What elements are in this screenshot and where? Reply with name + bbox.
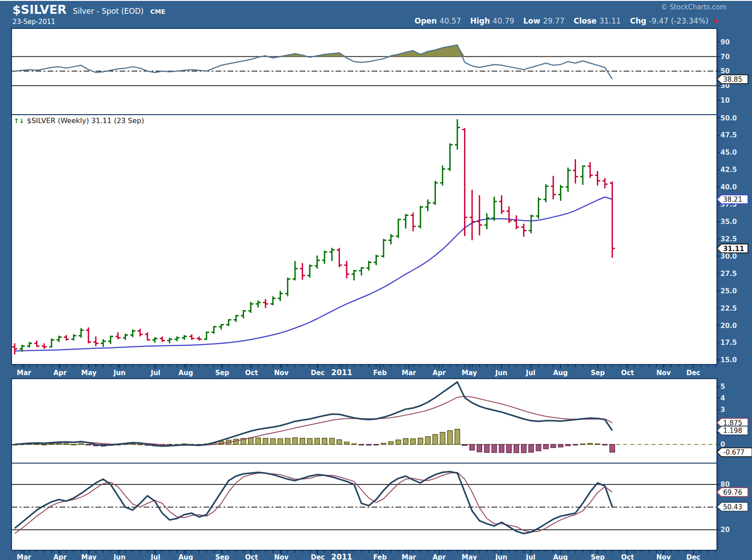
- quote-summary: Open40.57 High40.79 Low29.77 Close31.11 …: [408, 16, 718, 25]
- month-axis-label: Dec: [686, 369, 700, 377]
- macd-histogram-bar: [484, 444, 489, 452]
- macd-histogram-bar: [470, 444, 475, 450]
- macd-histogram-bar: [344, 442, 349, 444]
- macd-histogram-bar: [278, 439, 283, 444]
- rsi-axis-label: 50: [720, 67, 730, 75]
- macd-histogram-bar: [396, 440, 401, 444]
- macd-histogram-bar: [595, 444, 600, 445]
- price-axis-label: 30.0: [720, 252, 737, 260]
- price-axis-label: 27.5: [720, 270, 737, 278]
- month-axis-label: Apr: [432, 369, 446, 377]
- ticker-symbol: $SILVER: [12, 3, 67, 16]
- stoch-price-callout-text: 69.76: [723, 488, 742, 496]
- macd-histogram-bar: [64, 444, 69, 444]
- macd-histogram-bar: [507, 444, 512, 453]
- stoch-axis-label: 20: [720, 526, 730, 534]
- macd-histogram-bar: [499, 444, 504, 452]
- macd-histogram-bar: [603, 444, 608, 445]
- macd-histogram-bar: [42, 444, 47, 445]
- rsi-axis-label: 90: [720, 38, 730, 46]
- macd-histogram-bar: [492, 444, 497, 452]
- macd-histogram-bar: [462, 444, 467, 446]
- month-axis-label: May: [81, 369, 97, 377]
- bottom-month-axis-label: Dec: [311, 553, 325, 560]
- rsi-axis-label: 10: [720, 96, 730, 104]
- macd-histogram-bar: [551, 444, 556, 448]
- chart-date: 23-Sep-2011: [12, 18, 55, 26]
- macd-histogram-bar: [292, 438, 297, 444]
- bottom-month-axis-label: Jul: [150, 553, 160, 560]
- month-axis-label: Nov: [274, 369, 289, 377]
- price-axis-label: 40.0: [720, 183, 737, 191]
- macd-histogram-bar: [138, 444, 143, 445]
- macd-histogram-bar: [308, 439, 312, 444]
- price-axis-label: 42.5: [720, 166, 737, 174]
- price-panel-label-text: $SILVER (Weekly) 31.11 (23 Sep): [27, 116, 144, 125]
- macd-histogram-bar: [433, 435, 438, 444]
- macd-histogram-bar: [352, 444, 356, 445]
- chart-type-icon: ↑↓: [14, 117, 24, 124]
- bottom-month-axis-label: May: [462, 553, 477, 560]
- security-name: Silver - Spot (EOD): [73, 7, 144, 16]
- month-axis-label: Oct: [245, 369, 258, 377]
- month-axis-label: Feb: [373, 369, 387, 377]
- bottom-month-axis-label: Mar: [17, 553, 32, 560]
- macd-histogram-bar: [315, 438, 320, 444]
- rsi-price-callout-text: 38.85: [723, 76, 742, 84]
- bottom-month-axis-label: Aug: [178, 553, 193, 560]
- macd-axis-label: 3: [720, 406, 725, 414]
- month-axis-label: Jul: [525, 369, 535, 377]
- rsi-panel: [12, 28, 717, 115]
- macd-price-callout-text: -0.677: [723, 448, 744, 456]
- price-panel-label: ↑↓$SILVER (Weekly) 31.11 (23 Sep): [14, 116, 144, 125]
- price-axis-label: 22.5: [720, 304, 737, 312]
- price-axis-label: 32.5: [720, 235, 737, 243]
- price-axis-label: 25.0: [720, 287, 737, 295]
- bottom-month-axis-label: 2011: [331, 552, 352, 560]
- rsi-axis-label: 70: [720, 53, 730, 61]
- month-axis-label: Sep: [591, 369, 605, 377]
- stoch-price-callout-text: 50.43: [723, 503, 742, 511]
- price-axis-label: 50.0: [720, 114, 737, 122]
- price-axis-label: 15.0: [720, 356, 737, 364]
- price-axis-label: 20.0: [720, 322, 737, 330]
- macd-histogram-bar: [544, 444, 548, 449]
- macd-histogram-bar: [425, 436, 430, 444]
- exchange-label: CME: [150, 8, 165, 15]
- macd-histogram-bar: [234, 439, 239, 444]
- macd-histogram-bar: [337, 440, 342, 444]
- price-price-callout-text: 38.21: [723, 196, 742, 204]
- macd-histogram-bar: [256, 438, 260, 444]
- macd-histogram-bar: [455, 429, 460, 444]
- bottom-month-axis-label: Jul: [525, 553, 535, 560]
- macd-histogram-bar: [263, 438, 268, 444]
- month-axis-label: Dec: [311, 369, 325, 377]
- bottom-month-axis-label: Nov: [274, 553, 289, 560]
- macd-price-callout-text: 1.198: [723, 427, 742, 435]
- macd-histogram-bar: [529, 444, 534, 452]
- bottom-month-axis-label: Sep: [591, 553, 605, 560]
- macd-histogram-bar: [403, 439, 408, 444]
- month-axis-label: Jul: [150, 369, 160, 377]
- macd-histogram-bar: [49, 444, 54, 445]
- macd-histogram-bar: [440, 432, 445, 444]
- bottom-month-axis-label: Nov: [656, 553, 671, 560]
- macd-histogram-bar: [271, 439, 276, 444]
- low-value: 29.77: [543, 16, 565, 25]
- price-price-callout-text: 31.11: [723, 245, 744, 253]
- change-value: -9.47 (-23.34%): [649, 16, 708, 25]
- open-value: 40.57: [440, 16, 461, 25]
- price-axis-label: 47.5: [720, 131, 737, 139]
- price-axis-label: 35.0: [720, 218, 737, 226]
- month-axis-label: Oct: [621, 369, 634, 377]
- bottom-month-axis-label: Jun: [495, 553, 508, 560]
- low-label: Low: [523, 16, 540, 25]
- macd-histogram-bar: [388, 442, 393, 444]
- macd-histogram-bar: [71, 444, 76, 445]
- macd-histogram-bar: [381, 443, 386, 444]
- open-label: Open: [415, 16, 437, 25]
- bottom-month-axis-label: Dec: [686, 553, 700, 560]
- macd-histogram-bar: [248, 438, 253, 444]
- price-axis-label: 17.5: [720, 339, 737, 347]
- macd-histogram-bar: [580, 444, 585, 445]
